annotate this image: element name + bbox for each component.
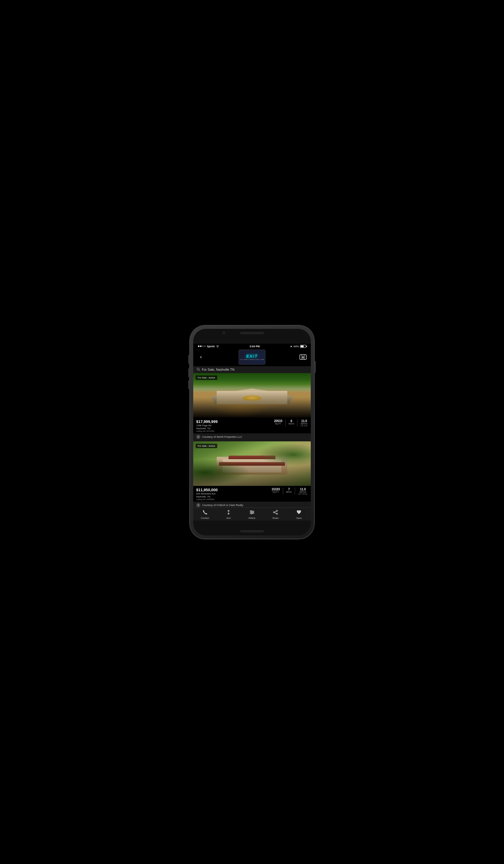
courtesy-bar-2: i Courtesy of Fridrich & Clark Realty [193, 502, 311, 507]
wifi-icon [216, 345, 219, 348]
listing-card-1[interactable]: For Sale - Active $17,999,999 1358 Page … [193, 373, 311, 441]
search-value: For Sale, Nashville TN [202, 368, 235, 371]
listing-status-badge-2: For Sale - Active [196, 444, 217, 448]
baths-label-2: BATHS [300, 491, 306, 493]
phone-screen: Sprint 3:04 PM 64% [193, 329, 311, 536]
app-logo: EXiT EXIT REALTY GARDEN GATE TEAM [239, 350, 265, 364]
baths-stat-1: 11.0 BATHS Lot: 6 ac. [300, 419, 308, 427]
signal-dot-1 [198, 346, 200, 347]
app-logo-area: EXiT EXIT REALTY GARDEN GATE TEAM [239, 350, 265, 364]
listing-image-1: For Sale - Active [193, 373, 311, 418]
listings-scroll-area[interactable]: For Sale - Active $17,999,999 1358 Page … [193, 373, 311, 507]
beds-stat-1: 6 BEDS [288, 419, 294, 427]
share-icon [273, 509, 278, 516]
sqft-label-2: SQ.FT. [273, 491, 279, 493]
speaker-grill-bottom [240, 530, 264, 532]
listing-info-2: $11,950,000 625 Westview Ave Nashville, … [193, 486, 311, 502]
address-line1-1: 1358 Page Rd [196, 424, 274, 427]
beds-label-2: BEDS [286, 491, 292, 493]
signal-dot-2 [200, 346, 202, 347]
map-view-icon [299, 353, 307, 361]
svg-point-0 [217, 347, 218, 348]
location-arrow-icon [290, 345, 292, 348]
listing-card-2[interactable]: For Sale - Active $11,950,000 625 Westvi… [193, 441, 311, 507]
svg-point-12 [251, 511, 252, 512]
listing-id-2: Listing Id# 1864560 [196, 498, 272, 501]
address-line2-1: Nashville, TN [196, 427, 274, 430]
price-address-row-2: $11,950,000 625 Westview Ave Nashville, … [196, 488, 308, 501]
carrier-label: Sprint [207, 345, 215, 348]
beds-value-2: 7 [288, 488, 290, 491]
front-camera [222, 331, 225, 334]
status-left: Sprint [198, 345, 219, 348]
signal-dot-3 [202, 346, 204, 347]
svg-line-18 [275, 511, 276, 512]
toolbar-share[interactable]: Share [268, 509, 283, 519]
toolbar-refine[interactable]: Refine [244, 509, 260, 519]
app-screen: Sprint 3:04 PM 64% [193, 344, 311, 520]
listing-image-2: For Sale - Active [193, 441, 311, 486]
sqft-stat-1: 20533 SQ.FT. [274, 419, 282, 427]
sqft-stat-2: 15103 SQ.FT. [272, 488, 280, 495]
svg-point-6 [303, 357, 303, 358]
sqft-value-2: 15103 [272, 488, 280, 491]
info-icon-1: i [196, 435, 200, 439]
toolbar-sort[interactable]: Sort [221, 509, 236, 519]
sqft-label-1: SQ.FT. [275, 423, 281, 425]
signal-strength [198, 346, 206, 347]
listing-info-1: $17,999,999 1358 Page Rd Nashville, TN L… [193, 418, 311, 433]
svg-line-8 [199, 370, 200, 371]
app-header: ‹ EXiT EXIT REALTY GARDEN GATE TEAM [193, 348, 311, 366]
logo-subtitle: EXIT REALTY GARDEN GATE TEAM [240, 359, 264, 360]
phone-icon [202, 509, 208, 516]
baths-value-1: 11.0 [301, 419, 307, 423]
beds-label-1: BEDS [288, 423, 294, 425]
status-right: 64% [290, 345, 306, 348]
battery-indicator [300, 345, 306, 348]
info-icon-2: i [196, 503, 200, 507]
lot-label-2: Lot: 2.04 ac. [298, 493, 308, 495]
address-line2-2: Nashville, TN [196, 495, 272, 498]
baths-value-2: 11.0 [300, 488, 306, 491]
status-bar: Sprint 3:04 PM 64% [193, 344, 311, 348]
listing-price-1: $17,999,999 [196, 419, 274, 424]
courtesy-bar-1: i Courtesy of Worth Properties LLC [193, 433, 311, 441]
back-button[interactable]: ‹ [197, 354, 205, 360]
stat-divider-2b [295, 488, 295, 495]
sort-label: Sort [226, 517, 231, 519]
address-line1-2: 625 Westview Ave [196, 492, 272, 495]
toolbar-save[interactable]: Save [291, 509, 306, 519]
battery-percent: 64% [293, 345, 299, 348]
baths-label-1: BATHS [301, 423, 308, 425]
listing-stats-2: 15103 SQ.FT. 7 BEDS 11.0 [272, 488, 308, 495]
svg-marker-1 [290, 346, 292, 347]
listing-stats-1: 20533 SQ.FT. 6 BEDS 11.0 [274, 419, 308, 427]
sort-icon [226, 509, 231, 516]
map-button[interactable] [299, 353, 307, 361]
listing-price-2: $11,950,000 [196, 488, 272, 492]
status-time: 3:04 PM [250, 345, 260, 348]
toolbar-contact[interactable]: Contact [198, 509, 213, 519]
beds-stat-2: 7 BEDS [286, 488, 292, 495]
listing-status-badge-1: For Sale - Active [196, 375, 217, 380]
lot-label-1: Lot: 6 ac. [300, 425, 308, 427]
save-label: Save [296, 517, 302, 519]
baths-stat-2: 11.0 BATHS Lot: 2.04 ac. [298, 488, 308, 495]
courtesy-text-2: Courtesy of Fridrich & Clark Realty [202, 504, 243, 507]
sqft-value-1: 20533 [274, 419, 282, 423]
price-address-row-1: $17,999,999 1358 Page Rd Nashville, TN L… [196, 419, 308, 432]
search-icon [197, 368, 200, 372]
contact-label: Contact [201, 517, 209, 519]
price-address-2: $11,950,000 625 Westview Ave Nashville, … [196, 488, 272, 501]
logo-title: EXiT [246, 354, 257, 359]
stat-divider-1a [285, 419, 286, 427]
beds-value-1: 6 [291, 419, 292, 423]
svg-point-7 [197, 368, 199, 370]
price-address-1: $17,999,999 1358 Page Rd Nashville, TN L… [196, 419, 274, 432]
courtesy-text-1: Courtesy of Worth Properties LLC [202, 435, 242, 439]
search-bar[interactable]: For Sale, Nashville TN [193, 366, 311, 373]
stat-divider-2a [283, 488, 283, 495]
svg-line-19 [275, 513, 276, 514]
heart-icon [296, 509, 302, 516]
listing-id-1: Listing Id# 1872362 [196, 430, 274, 432]
